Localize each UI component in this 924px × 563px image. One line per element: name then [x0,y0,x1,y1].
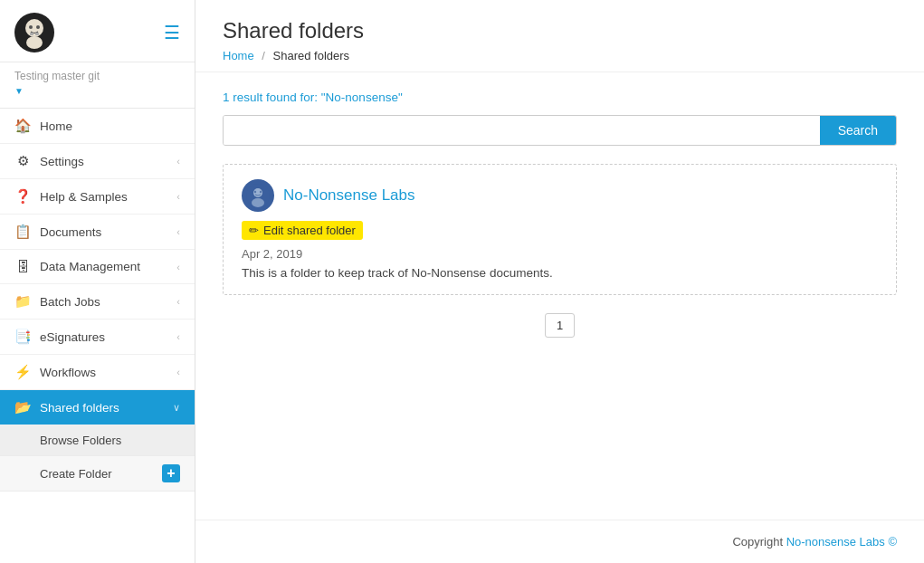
svg-point-0 [25,19,43,37]
sidebar-item-settings[interactable]: ⚙ Settings ‹ [0,144,195,179]
sidebar-sub-browse-folders[interactable]: Browse Folders [0,425,195,456]
settings-arrow: ‹ [176,156,180,167]
shared-folders-icon: 📂 [14,399,31,415]
batch-jobs-icon: 📁 [14,293,31,310]
footer-link[interactable]: No-nonsense Labs © [786,535,897,549]
create-folder-plus-icon[interactable]: + [162,464,180,482]
folder-description: This is a folder to keep track of No-Non… [242,266,878,280]
sidebar-item-home-label: Home [40,119,72,133]
batch-jobs-arrow: ‹ [176,296,180,307]
sidebar-sub-create-folder[interactable]: Create Folder + [0,456,195,491]
svg-rect-5 [35,33,39,35]
sidebar-item-home[interactable]: 🏠 Home [0,109,195,144]
result-count-text: 1 result found for: [223,91,321,104]
settings-icon: ⚙ [14,153,31,169]
edit-shared-folder-badge[interactable]: ✏ Edit shared folder [242,221,363,240]
user-block: Testing master git ▼ [0,62,195,109]
pencil-icon: ✏ [249,224,259,237]
svg-point-10 [260,191,262,193]
esignatures-icon: 📑 [14,329,31,345]
content-body: 1 result found for: "No-nonsense" Search [195,72,924,356]
avatar [14,13,54,52]
browse-folders-label: Browse Folders [40,434,121,447]
folder-card: No-Nonsense Labs ✏ Edit shared folder Ap… [223,164,897,295]
search-button[interactable]: Search [820,116,896,145]
sidebar-item-help-label: Help & Samples [40,190,128,204]
esignatures-arrow: ‹ [176,331,180,342]
sidebar-nav: 🏠 Home ⚙ Settings ‹ ❓ Help & Samples ‹ 📋… [0,109,195,563]
svg-point-3 [36,25,40,29]
svg-point-8 [252,198,264,207]
sidebar-item-esignatures-label: eSignatures [40,330,105,344]
sidebar-item-data-management[interactable]: 🗄 Data Management ‹ [0,250,195,284]
username-label: Testing master git [14,70,180,82]
sidebar-item-documents[interactable]: 📋 Documents ‹ [0,215,195,250]
data-management-arrow: ‹ [176,262,180,272]
user-dropdown-arrow[interactable]: ▼ [14,86,24,96]
breadcrumb-home-link[interactable]: Home [223,49,254,62]
folder-icon-circle [242,179,274,212]
sidebar-item-shared-folders-label: Shared folders [40,401,119,415]
page-title: Shared folders [223,18,897,43]
search-bar: Search [223,115,897,146]
documents-icon: 📋 [14,224,31,240]
page-footer: Copyright No-nonsense Labs © [195,520,924,563]
svg-point-2 [29,25,33,29]
edit-badge-label: Edit shared folder [263,224,356,237]
logo-area [14,13,54,52]
sidebar-item-settings-label: Settings [40,155,84,168]
workflows-icon: ⚡ [14,364,31,380]
workflows-arrow: ‹ [176,367,180,377]
sidebar-item-help[interactable]: ❓ Help & Samples ‹ [0,179,195,215]
pagination: 1 [223,313,897,338]
sidebar-item-workflows[interactable]: ⚡ Workflows ‹ [0,355,195,390]
main-content: Shared folders Home / Shared folders 1 r… [195,0,924,563]
sidebar-item-shared-folders[interactable]: 📂 Shared folders ∨ [0,390,195,425]
search-result-text: 1 result found for: "No-nonsense" [223,91,897,104]
create-folder-label: Create Folder [40,467,111,481]
help-icon: ❓ [14,188,31,205]
sidebar-item-documents-label: Documents [40,225,101,239]
hamburger-icon[interactable]: ☰ [164,24,180,42]
documents-arrow: ‹ [176,226,180,237]
sidebar-item-batch-jobs-label: Batch Jobs [40,295,100,309]
folder-name-link[interactable]: No-Nonsense Labs [283,186,415,205]
data-management-icon: 🗄 [14,259,31,274]
svg-point-9 [254,191,256,193]
footer-copyright-label: Copyright [732,535,783,549]
breadcrumb-separator: / [262,49,265,62]
svg-point-1 [26,36,43,49]
sidebar: ☰ Testing master git ▼ 🏠 Home ⚙ Settings… [0,0,195,563]
folder-card-header: No-Nonsense Labs [242,179,878,212]
sidebar-item-data-management-label: Data Management [40,260,140,273]
folder-date: Apr 2, 2019 [242,247,878,261]
breadcrumb: Home / Shared folders [223,49,897,62]
sidebar-item-esignatures[interactable]: 📑 eSignatures ‹ [0,320,195,355]
result-query: "No-nonsense" [321,91,403,104]
shared-folders-arrow: ∨ [173,402,180,414]
svg-rect-4 [30,33,33,35]
help-arrow: ‹ [176,191,180,202]
page-number-1[interactable]: 1 [545,313,575,338]
search-input[interactable] [224,116,820,145]
breadcrumb-current: Shared folders [273,49,350,62]
home-icon: 🏠 [14,118,31,134]
sidebar-item-batch-jobs[interactable]: 📁 Batch Jobs ‹ [0,284,195,320]
sidebar-header: ☰ [0,0,195,62]
page-header: Shared folders Home / Shared folders [195,0,924,72]
sidebar-item-workflows-label: Workflows [40,366,96,379]
